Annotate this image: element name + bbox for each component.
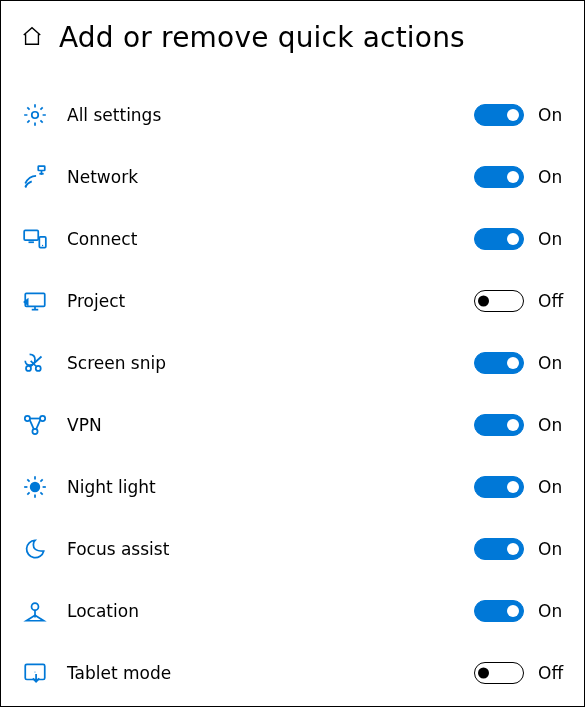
row-all-settings: All settings On <box>19 84 566 146</box>
tablet-mode-icon <box>21 659 49 687</box>
toggle-network[interactable] <box>474 166 524 188</box>
focus-assist-icon <box>21 535 49 563</box>
svg-line-28 <box>40 492 42 494</box>
toggle-state-label: On <box>538 353 566 373</box>
toggle-location[interactable] <box>474 600 524 622</box>
toggle-wrap: On <box>474 228 566 250</box>
row-vpn: VPN On <box>19 394 566 456</box>
svg-point-8 <box>42 245 43 246</box>
row-tablet-mode: Tablet mode Off <box>19 642 566 704</box>
network-icon <box>21 163 49 191</box>
row-connect: Connect On <box>19 208 566 270</box>
page-title: Add or remove quick actions <box>59 21 465 54</box>
toggle-state-label: Off <box>538 663 566 683</box>
toggle-state-label: On <box>538 601 566 621</box>
toggle-connect[interactable] <box>474 228 524 250</box>
location-icon <box>21 597 49 625</box>
row-label: Network <box>67 167 474 187</box>
svg-rect-5 <box>24 230 38 240</box>
toggle-wrap: On <box>474 600 566 622</box>
svg-point-13 <box>36 366 41 371</box>
row-label: Tablet mode <box>67 663 474 683</box>
toggle-wrap: On <box>474 104 566 126</box>
row-label: All settings <box>67 105 474 125</box>
toggle-project[interactable] <box>474 290 524 312</box>
svg-rect-2 <box>38 166 45 170</box>
svg-line-30 <box>27 492 29 494</box>
row-focus-assist: Focus assist On <box>19 518 566 580</box>
row-network: Network On <box>19 146 566 208</box>
row-label: Screen snip <box>67 353 474 373</box>
page-header: Add or remove quick actions <box>19 21 566 54</box>
toggle-wrap: On <box>474 538 566 560</box>
toggle-wrap: Off <box>474 662 566 684</box>
row-screen-snip: Screen snip On <box>19 332 566 394</box>
svg-point-18 <box>32 429 37 434</box>
screen-snip-icon <box>21 349 49 377</box>
row-location: Location On <box>19 580 566 642</box>
toggle-screen-snip[interactable] <box>474 352 524 374</box>
row-night-light: Night light On <box>19 456 566 518</box>
svg-point-0 <box>32 112 39 119</box>
toggle-night-light[interactable] <box>474 476 524 498</box>
svg-line-20 <box>36 420 40 430</box>
svg-point-12 <box>26 366 31 371</box>
toggle-wrap: Off <box>474 290 566 312</box>
toggle-all-settings[interactable] <box>474 104 524 126</box>
toggle-wrap: On <box>474 166 566 188</box>
svg-point-34 <box>34 671 35 672</box>
toggle-state-label: On <box>538 539 566 559</box>
svg-point-22 <box>31 483 40 492</box>
svg-line-27 <box>27 479 29 481</box>
settings-icon <box>21 101 49 129</box>
row-label: Connect <box>67 229 474 249</box>
toggle-state-label: On <box>538 167 566 187</box>
project-icon <box>21 287 49 315</box>
toggle-focus-assist[interactable] <box>474 538 524 560</box>
toggle-state-label: On <box>538 415 566 435</box>
toggle-state-label: Off <box>538 291 566 311</box>
toggle-state-label: On <box>538 229 566 249</box>
row-label: VPN <box>67 415 474 435</box>
svg-point-31 <box>32 603 39 610</box>
quick-actions-list: All settings On Network On Connect On Pr… <box>19 84 566 704</box>
svg-line-29 <box>40 479 42 481</box>
toggle-vpn[interactable] <box>474 414 524 436</box>
home-icon[interactable] <box>21 25 43 51</box>
row-label: Night light <box>67 477 474 497</box>
toggle-state-label: On <box>538 477 566 497</box>
svg-line-19 <box>30 420 34 430</box>
connect-icon <box>21 225 49 253</box>
toggle-wrap: On <box>474 352 566 374</box>
toggle-wrap: On <box>474 414 566 436</box>
row-label: Project <box>67 291 474 311</box>
row-label: Location <box>67 601 474 621</box>
toggle-wrap: On <box>474 476 566 498</box>
toggle-state-label: On <box>538 105 566 125</box>
svg-point-1 <box>25 186 27 188</box>
vpn-icon <box>21 411 49 439</box>
row-label: Focus assist <box>67 539 474 559</box>
toggle-tablet-mode[interactable] <box>474 662 524 684</box>
row-project: Project Off <box>19 270 566 332</box>
night-light-icon <box>21 473 49 501</box>
